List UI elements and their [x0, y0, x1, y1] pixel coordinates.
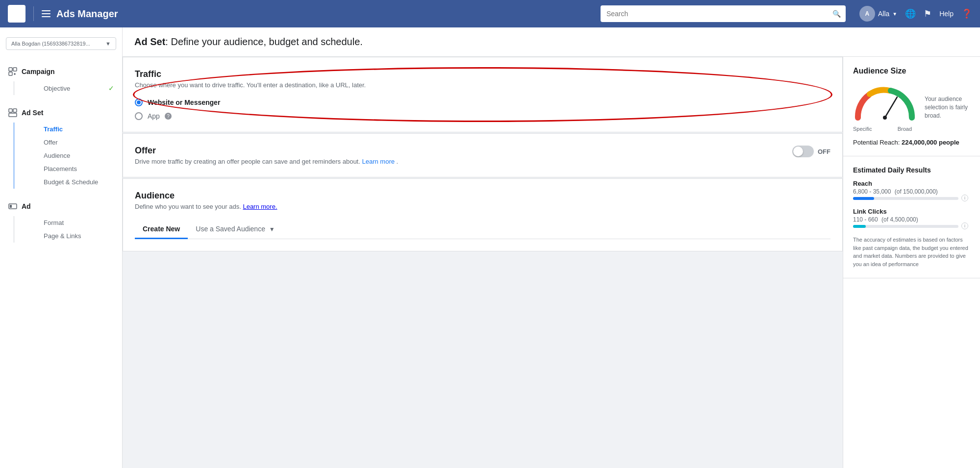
- estimated-title: Estimated Daily Results: [853, 166, 970, 174]
- format-label: Format: [44, 219, 64, 226]
- offer-learn-more[interactable]: Learn more: [362, 158, 394, 165]
- help-circle-icon[interactable]: ❓: [961, 8, 972, 19]
- page-title: Ad Set: Define your audience, budget and…: [134, 36, 968, 48]
- sidebar: Alla Bogdan (15693386732819... ▼ Campaig…: [0, 27, 123, 468]
- link-clicks-info-icon[interactable]: i: [961, 222, 968, 229]
- globe-icon[interactable]: 🌐: [905, 8, 916, 19]
- objective-label: Objective: [44, 85, 70, 92]
- app-title: Ads Manager: [56, 8, 118, 20]
- tab-create-new[interactable]: Create New: [135, 220, 188, 239]
- svg-rect-2: [9, 72, 12, 75]
- offer-section: Offer Drive more traffic by creating an …: [135, 146, 830, 165]
- offer-toggle[interactable]: [792, 146, 814, 157]
- reach-bar-bg: [853, 197, 958, 200]
- svg-rect-3: [9, 109, 12, 112]
- traffic-title: Traffic: [135, 69, 830, 79]
- link-clicks-range: 110 - 660 (of 4,500,000): [853, 216, 970, 223]
- campaign-label: Campaign: [22, 68, 55, 75]
- radio-circle-selected: [135, 99, 143, 106]
- main-sections: Traffic Choose where you want to drive t…: [123, 57, 843, 468]
- sidebar-section-campaign: Campaign Objective ✓: [0, 62, 122, 95]
- search-input[interactable]: [601, 5, 846, 22]
- sidebar-item-traffic[interactable]: Traffic: [22, 123, 122, 136]
- radio-website-messenger[interactable]: Website or Messenger: [135, 99, 830, 106]
- ad-icon: [8, 201, 18, 211]
- offer-title: Offer: [135, 146, 398, 156]
- username: Alla: [878, 10, 889, 18]
- audience-card: Audience Define who you want to see your…: [123, 178, 843, 251]
- link-clicks-bar-container: i: [853, 225, 958, 228]
- svg-point-9: [883, 116, 887, 120]
- traffic-label: Traffic: [44, 125, 63, 133]
- reach-info-icon[interactable]: i: [961, 195, 968, 201]
- nav-right: A Alla ▼ 🌐 ⚑ Help ❓: [859, 6, 972, 22]
- content-area: Traffic Choose where you want to drive t…: [123, 57, 980, 468]
- audience-size-card: Audience Size: [843, 57, 980, 156]
- hamburger-menu[interactable]: [42, 10, 50, 17]
- flag-icon[interactable]: ⚑: [924, 8, 931, 19]
- objective-check: ✓: [108, 84, 114, 92]
- ad-header: Ad: [0, 197, 122, 216]
- sidebar-item-pagelinks[interactable]: Page & Links: [22, 229, 122, 243]
- account-section: Alla Bogdan (15693386732819... ▼: [0, 33, 122, 58]
- gauge-svg: Specific Broad: [853, 83, 917, 132]
- toggle-knob: [793, 147, 803, 156]
- adset-label: Ad Set: [22, 109, 43, 117]
- topnav: Ads Manager 🔍 A Alla ▼ 🌐 ⚑ Help ❓: [0, 0, 980, 27]
- reach-label: Reach: [853, 180, 970, 187]
- offer-label: Offer: [44, 139, 58, 146]
- sidebar-item-budget[interactable]: Budget & Schedule: [22, 175, 122, 189]
- link-clicks-bar-bg: [853, 225, 958, 228]
- reach-bar-fill: [853, 197, 874, 200]
- results-note: The accuracy of estimates is based on fa…: [853, 236, 970, 268]
- main-content: Ad Set: Define your audience, budget and…: [123, 27, 980, 468]
- sidebar-item-format[interactable]: Format: [22, 216, 122, 229]
- toggle-off-label: OFF: [818, 148, 830, 155]
- app-help-icon[interactable]: ?: [165, 113, 172, 120]
- placements-label: Placements: [44, 165, 77, 172]
- offer-left: Offer Drive more traffic by creating an …: [135, 146, 398, 165]
- specific-label: Specific: [853, 126, 872, 132]
- audience-tabs: Create New Use a Saved Audience ▼: [135, 220, 830, 239]
- link-clicks-label: Link Clicks: [853, 208, 970, 215]
- account-selector[interactable]: Alla Bogdan (15693386732819... ▼: [6, 37, 116, 50]
- offer-text: Drive more traffic by creating an offer …: [135, 158, 398, 165]
- gauge-container: Specific Broad Your audience selection i…: [853, 83, 970, 132]
- offer-toggle-area: OFF: [792, 146, 830, 157]
- ad-label: Ad: [22, 202, 31, 210]
- budget-label: Budget & Schedule: [44, 178, 98, 186]
- adset-icon: [8, 108, 18, 118]
- link-clicks-bar-fill: [853, 225, 866, 228]
- sidebar-item-audience[interactable]: Audience: [22, 149, 122, 162]
- audience-title: Audience: [135, 191, 830, 201]
- reach-bar-container: i: [853, 197, 958, 200]
- app-layout: Alla Bogdan (15693386732819... ▼ Campaig…: [0, 27, 980, 468]
- reach-range: 6,800 - 35,000 (of 150,000,000): [853, 188, 970, 195]
- radio-label-app: App: [148, 112, 160, 120]
- tab-saved-audience[interactable]: Use a Saved Audience ▼: [188, 220, 282, 239]
- sidebar-item-objective[interactable]: Objective ✓: [22, 81, 122, 95]
- audience-learn-more[interactable]: Learn more.: [243, 203, 277, 210]
- search-icon: 🔍: [832, 10, 841, 18]
- audience-subtitle: Define who you want to see your ads. Lea…: [135, 203, 830, 210]
- campaign-header: Campaign: [0, 62, 122, 81]
- potential-reach: Potential Reach: 224,000,000 people: [853, 139, 970, 146]
- audience-size-title: Audience Size: [853, 67, 970, 75]
- avatar: A: [859, 6, 875, 22]
- radio-app[interactable]: App ?: [135, 112, 830, 120]
- traffic-radio-group: Website or Messenger App ?: [135, 99, 830, 120]
- gauge-labels: Specific Broad: [853, 126, 912, 132]
- sidebar-section-ad: Ad Format Page & Links: [0, 197, 122, 243]
- account-name: Alla Bogdan (15693386732819...: [11, 41, 90, 47]
- sidebar-item-offer[interactable]: Offer: [22, 136, 122, 149]
- link-clicks-result: Link Clicks 110 - 660 (of 4,500,000) i: [853, 208, 970, 228]
- sidebar-item-placements[interactable]: Placements: [22, 162, 122, 175]
- help-button[interactable]: Help: [939, 10, 954, 18]
- audience-size-description: Your audience selection is fairly broad.: [925, 95, 970, 120]
- user-menu[interactable]: A Alla ▼: [859, 6, 897, 22]
- radio-label-website: Website or Messenger: [148, 99, 220, 106]
- offer-card: Offer Drive more traffic by creating an …: [123, 133, 843, 177]
- estimated-results-card: Estimated Daily Results Reach 6,800 - 35…: [843, 156, 980, 278]
- svg-rect-5: [9, 113, 17, 117]
- svg-rect-7: [10, 205, 12, 208]
